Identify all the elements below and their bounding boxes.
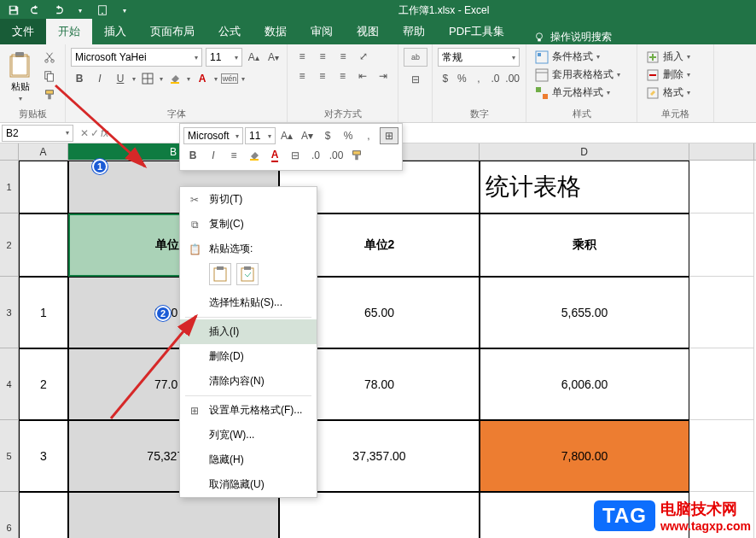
cell-a2[interactable] xyxy=(19,213,68,277)
row-header-2[interactable]: 2 xyxy=(0,213,19,277)
cell-a3[interactable]: 1 xyxy=(19,277,68,348)
mini-borders-icon[interactable]: ⊞ xyxy=(380,127,398,144)
cell-b6[interactable] xyxy=(68,492,279,538)
touch-mode-icon[interactable] xyxy=(92,2,113,19)
cell-e3[interactable] xyxy=(689,277,754,348)
mini-dec-dec-icon[interactable]: .00 xyxy=(327,147,346,164)
align-right-icon[interactable]: ≡ xyxy=(334,67,352,85)
row-header-1[interactable]: 1 xyxy=(0,161,19,213)
cell-styles-button[interactable]: 单元格样式▾ xyxy=(532,84,631,102)
mini-fill-icon[interactable] xyxy=(245,147,264,164)
percent-icon[interactable]: % xyxy=(455,70,470,87)
qat-dropdown-icon[interactable]: ▾ xyxy=(114,2,135,19)
cell-a5[interactable]: 3 xyxy=(19,420,68,492)
row-header-4[interactable]: 4 xyxy=(0,348,19,420)
cell-a1[interactable] xyxy=(19,161,68,213)
qat-more-icon[interactable]: ▾ xyxy=(70,2,90,19)
cell-a4[interactable]: 2 xyxy=(19,348,68,420)
comma-icon[interactable]: , xyxy=(471,70,486,87)
borders-icon[interactable] xyxy=(139,70,156,87)
mini-size-combo[interactable]: 11▾ xyxy=(245,127,276,144)
name-box[interactable]: B2▾ xyxy=(2,125,73,142)
tab-help[interactable]: 帮助 xyxy=(391,19,437,44)
cm-hide[interactable]: 隐藏(H) xyxy=(180,447,317,472)
tab-page-layout[interactable]: 页面布局 xyxy=(138,19,206,44)
font-color-icon[interactable]: A xyxy=(194,70,211,87)
save-icon[interactable] xyxy=(3,2,24,19)
mini-painter-icon[interactable] xyxy=(347,147,366,164)
cell-d2[interactable]: 乘积 xyxy=(480,213,689,277)
cm-delete[interactable]: 删除(D) xyxy=(180,344,317,369)
tab-pdf[interactable]: PDF工具集 xyxy=(437,19,516,44)
italic-button[interactable]: I xyxy=(91,70,108,87)
bold-button[interactable]: B xyxy=(71,70,88,87)
cancel-icon[interactable]: ✕ xyxy=(80,127,89,139)
align-middle-icon[interactable]: ≡ xyxy=(313,48,332,65)
cell-d1[interactable]: 统计表格 xyxy=(480,161,689,213)
decrease-font-icon[interactable]: A▾ xyxy=(265,49,282,66)
mini-percent-icon[interactable]: % xyxy=(339,127,358,144)
mini-dec-font-icon[interactable]: A▾ xyxy=(298,127,317,144)
row-header-6[interactable]: 6 xyxy=(0,492,19,538)
fill-color-icon[interactable] xyxy=(166,70,183,87)
align-bottom-icon[interactable]: ≡ xyxy=(334,48,352,65)
cm-copy[interactable]: ⧉复制(C) xyxy=(180,212,317,237)
cell-d5[interactable]: 7,800.00 xyxy=(480,420,689,492)
indent-inc-icon[interactable]: ⇥ xyxy=(374,67,393,85)
conditional-format-button[interactable]: 条件格式▾ xyxy=(532,48,631,66)
col-header-d[interactable]: D xyxy=(480,143,689,160)
tab-insert[interactable]: 插入 xyxy=(92,19,138,44)
col-header-a[interactable]: A xyxy=(19,143,68,160)
mini-accounting-icon[interactable]: $ xyxy=(318,127,337,144)
cm-clear[interactable]: 清除内容(N) xyxy=(180,369,317,394)
row-header-3[interactable]: 3 xyxy=(0,277,19,348)
align-left-icon[interactable]: ≡ xyxy=(293,67,311,85)
delete-cells-button[interactable]: 删除▾ xyxy=(643,66,708,84)
mini-border-icon[interactable]: ⊟ xyxy=(286,147,305,164)
cm-col-width[interactable]: 列宽(W)... xyxy=(180,423,317,447)
cell-d4[interactable]: 6,006.00 xyxy=(480,348,689,420)
inc-decimal-icon[interactable]: .0 xyxy=(488,70,503,87)
col-header-e[interactable] xyxy=(689,143,754,160)
cell-e5[interactable] xyxy=(689,420,754,492)
undo-icon[interactable] xyxy=(26,2,46,19)
mini-italic-button[interactable]: I xyxy=(204,147,223,164)
cm-unhide[interactable]: 取消隐藏(U) xyxy=(180,472,317,497)
align-center-icon[interactable]: ≡ xyxy=(313,67,332,85)
format-table-button[interactable]: 套用表格格式▾ xyxy=(532,66,631,84)
tab-file[interactable]: 文件 xyxy=(0,19,46,44)
mini-bold-button[interactable]: B xyxy=(183,147,202,164)
cell-a6[interactable] xyxy=(19,492,68,538)
mini-font-combo[interactable]: Microsoft▾ xyxy=(183,127,243,144)
accounting-icon[interactable]: $ xyxy=(438,70,453,87)
tab-view[interactable]: 视图 xyxy=(345,19,391,44)
cm-insert[interactable]: 插入(I) xyxy=(180,319,317,344)
cell-e1[interactable] xyxy=(689,161,754,213)
fx-icon[interactable]: fx xyxy=(101,127,108,139)
number-format-combo[interactable]: 常规▾ xyxy=(438,48,520,67)
merge-icon[interactable]: ⊟ xyxy=(404,70,427,89)
wrap-text-icon[interactable]: ab xyxy=(404,48,427,67)
enter-icon[interactable]: ✓ xyxy=(90,127,99,139)
cut-icon[interactable] xyxy=(41,50,58,65)
tab-formulas[interactable]: 公式 xyxy=(206,19,253,44)
paste-option-2[interactable] xyxy=(236,263,259,285)
mini-inc-dec-icon[interactable]: .0 xyxy=(306,147,325,164)
select-all-corner[interactable] xyxy=(0,143,19,160)
cm-paste-special[interactable]: 选择性粘贴(S)... xyxy=(180,290,317,315)
phonetic-icon[interactable]: wén xyxy=(221,70,238,87)
format-cells-button[interactable]: 格式▾ xyxy=(643,84,708,102)
mini-comma-icon[interactable]: , xyxy=(359,127,378,144)
cm-cut[interactable]: ✂剪切(T) xyxy=(180,187,317,212)
align-top-icon[interactable]: ≡ xyxy=(293,48,311,65)
copy-icon[interactable] xyxy=(41,68,58,84)
tab-data[interactable]: 数据 xyxy=(253,19,299,44)
paste-option-1[interactable] xyxy=(209,263,231,285)
font-name-combo[interactable]: Microsoft YaHei▾ xyxy=(71,48,202,67)
dec-decimal-icon[interactable]: .00 xyxy=(504,70,520,87)
cell-c6[interactable] xyxy=(279,492,480,538)
paste-button[interactable]: 粘贴 ▾ xyxy=(5,48,36,106)
tab-review[interactable]: 审阅 xyxy=(299,19,345,44)
format-painter-icon[interactable] xyxy=(41,87,58,102)
mini-inc-font-icon[interactable]: A▴ xyxy=(277,127,296,144)
